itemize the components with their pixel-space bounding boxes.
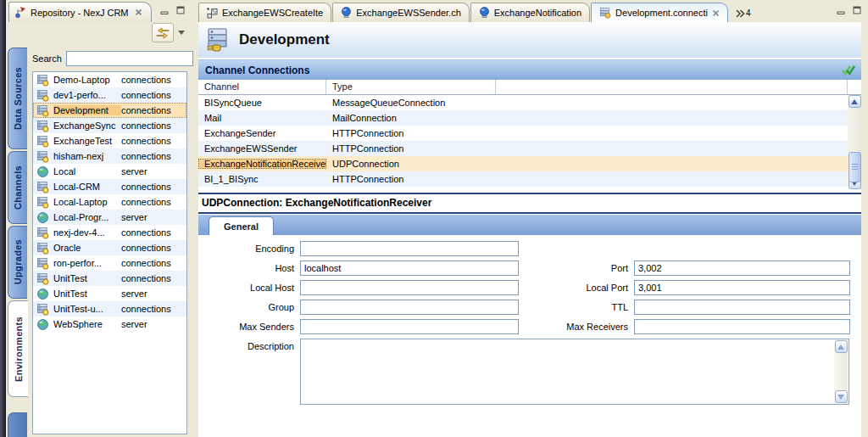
column-header-channel[interactable]: Channel (198, 80, 326, 94)
list-item[interactable]: nexj-dev-4... connections (33, 225, 186, 240)
table-row[interactable]: ExchangeSender HTTPConnection (198, 126, 848, 141)
list-item[interactable]: Oracle connections (33, 240, 186, 255)
field-input[interactable] (300, 300, 519, 315)
item-type: connections (121, 304, 186, 314)
search-input[interactable] (66, 51, 193, 66)
scrollbar-track[interactable] (835, 353, 848, 390)
list-item[interactable]: hisham-nexj connections (33, 148, 186, 164)
item-name: ExchangeSync (53, 120, 121, 131)
table-row[interactable]: ExchangeEWSSender HTTPConnection (198, 141, 848, 156)
repository-window-buttons (159, 4, 186, 16)
list-item[interactable]: ron-perfor... connections (33, 255, 186, 271)
close-icon[interactable] (712, 9, 720, 17)
field-input[interactable] (634, 261, 850, 276)
search-label: Search (32, 53, 66, 64)
list-item[interactable]: UnitTest-u... connections (33, 301, 186, 317)
list-item[interactable]: Local-Progr... server (33, 210, 186, 225)
maximize-icon[interactable] (851, 4, 863, 16)
table-row[interactable]: ExchangeNotificationReceiver UDPConnecti… (198, 156, 848, 171)
field-input[interactable] (634, 319, 850, 334)
vertical-tab-channels[interactable]: Channels (8, 151, 27, 224)
search-row: Search (32, 49, 187, 68)
field-input[interactable] (300, 280, 519, 295)
table-body: BISyncQueue MessageQueueConnection Mail … (198, 95, 861, 189)
table-header-row: Channel Type (198, 80, 861, 95)
scroll-up-icon[interactable] (849, 95, 861, 108)
item-type: connections (121, 90, 186, 100)
item-type: connections (121, 227, 186, 238)
list-item[interactable]: UnitTest connections (33, 271, 186, 286)
item-type: server (121, 319, 186, 329)
scrollbar-thumb[interactable] (849, 152, 861, 182)
cell-type: UDPConnection (326, 159, 496, 169)
description-textarea[interactable] (300, 339, 849, 405)
table-scrollbar (848, 95, 861, 189)
item-type: connections (121, 273, 186, 283)
channel-connections-bar: Channel Connections (198, 59, 861, 80)
list-item[interactable]: ExchangeTest connections (33, 133, 186, 148)
detail-tab-bar: General (198, 215, 861, 235)
list-item[interactable]: Development connections (33, 103, 186, 118)
editor-tab-bar: ExchangeEWSCreateIte ExchangeEWSSender.c… (198, 0, 868, 22)
editor-tab-exchangeewscreateite[interactable]: ExchangeEWSCreateIte (198, 3, 331, 22)
tab-general[interactable]: General (209, 216, 274, 235)
scrollbar-track[interactable] (849, 108, 861, 176)
repository-view-title: Repository - NexJ CRM (31, 8, 129, 18)
vertical-tab-partial[interactable] (8, 412, 27, 437)
item-type: connections (121, 75, 186, 85)
list-item[interactable]: Demo-Laptop connections (33, 72, 186, 87)
maximize-icon[interactable] (175, 4, 186, 16)
item-name: ron-perfor... (53, 258, 121, 268)
vertical-tab-data-sources[interactable]: Data Sources (8, 48, 27, 149)
field-input[interactable] (300, 261, 519, 276)
item-name: Local-Laptop (53, 197, 121, 207)
tab-overflow-indicator[interactable]: 4 (729, 8, 751, 22)
cell-channel: ExchangeSender (198, 128, 326, 138)
editor-tab-development-active[interactable]: Development.connecti (591, 3, 728, 22)
editor-window-buttons (835, 4, 863, 16)
scroll-up-icon[interactable] (835, 340, 848, 353)
item-type: connections (121, 182, 186, 192)
column-header-type[interactable]: Type (326, 80, 496, 94)
list-item[interactable]: Local-Laptop connections (33, 194, 186, 210)
item-name: Local-CRM (53, 182, 121, 192)
field-input[interactable] (634, 280, 850, 295)
close-icon[interactable] (133, 7, 145, 19)
list-item[interactable]: WebSphere server (33, 317, 186, 332)
connections-icon (36, 257, 50, 270)
cell-type: HTTPConnection (326, 174, 496, 184)
list-item[interactable]: UnitTest server (33, 286, 186, 301)
form-row: Max Receivers (536, 319, 850, 334)
editor-tab-exchangeewssender[interactable]: ExchangeEWSSender.ch (332, 3, 470, 22)
connections-icon (36, 74, 50, 87)
editor-tab-exchangenotification[interactable]: ExchangeNotification (470, 3, 590, 22)
table-row[interactable]: BISyncQueue MessageQueueConnection (198, 95, 848, 110)
channel-connections-table: Channel Type BISyncQueue MessageQueueCon… (198, 80, 861, 189)
list-item[interactable]: ExchangeSync connections (33, 118, 186, 133)
description-row: Description (198, 339, 861, 405)
form-row: TTL (536, 300, 850, 315)
list-item[interactable]: Local server (33, 164, 186, 179)
server-icon (36, 211, 50, 224)
vertical-tab-upgrades[interactable]: Upgrades (8, 226, 27, 299)
item-name: UnitTest-u... (53, 304, 121, 314)
field-input[interactable] (300, 241, 519, 256)
view-menu-dropdown-icon[interactable] (175, 23, 187, 42)
item-name: UnitTest (53, 289, 121, 299)
list-item[interactable]: dev1-perfo... connections (33, 87, 186, 103)
vertical-tab-environments[interactable]: Environments (8, 300, 28, 397)
field-input[interactable] (300, 319, 519, 334)
minimize-icon[interactable] (159, 4, 170, 16)
field-input[interactable] (634, 300, 850, 315)
link-with-editor-button[interactable] (152, 23, 174, 42)
sync-arrows-icon (156, 27, 170, 39)
table-row[interactable]: BI_1_BISync HTTPConnection (198, 171, 848, 187)
table-row[interactable]: Mail MailConnection (198, 110, 848, 126)
cell-type: MessageQueueConnection (326, 98, 496, 108)
server-icon (36, 288, 50, 300)
item-name: Demo-Laptop (53, 75, 121, 85)
minimize-icon[interactable] (835, 4, 847, 16)
list-item[interactable]: Local-CRM connections (33, 179, 186, 194)
repository-view-tab[interactable]: Repository - NexJ CRM (8, 2, 152, 22)
scroll-down-icon[interactable] (835, 390, 848, 403)
